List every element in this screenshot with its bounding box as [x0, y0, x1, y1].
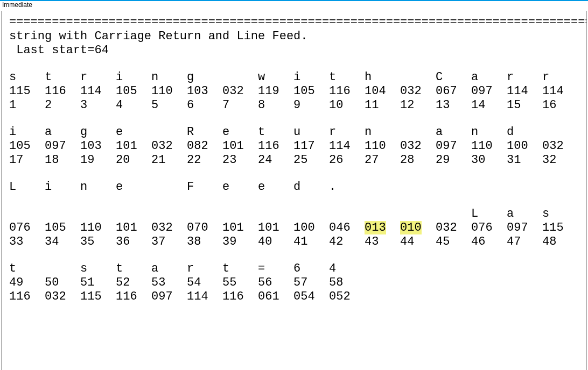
immediate-window: Immediate ==============================… — [0, 0, 588, 370]
header-line-2: Last start=64 — [9, 44, 579, 58]
output-text: ========================================… — [9, 16, 579, 304]
divider-line: ========================================… — [9, 16, 579, 30]
output-pane[interactable]: ========================================… — [1, 10, 587, 370]
window-title-text: Immediate — [2, 1, 32, 9]
window-title: Immediate — [0, 0, 588, 11]
header-line-1: string with Carriage Return and Line Fee… — [9, 30, 579, 44]
